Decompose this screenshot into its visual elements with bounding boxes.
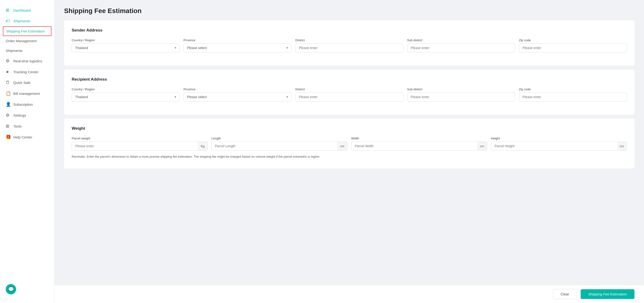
reminder-text: Reminder: Enter the parcel's dimension t… (72, 154, 627, 159)
length-input[interactable] (212, 142, 348, 151)
sender-subdistrict-input[interactable] (407, 43, 515, 52)
estimate-button[interactable]: Shipping Fee Estimation (581, 289, 634, 299)
sidebar-item-order-management[interactable]: Order Management (0, 36, 54, 46)
weight-title: Weight (72, 126, 627, 131)
recipient-province-label: Province (184, 87, 292, 91)
width-unit: cm (477, 142, 487, 151)
clear-button[interactable]: Clear (553, 289, 577, 299)
settings-icon: ⚙ (6, 113, 11, 118)
parcel-weight-field: Parcel weight Kg (72, 137, 208, 151)
main-content: Shipping Fee Estimation Sender Address C… (54, 0, 644, 303)
sidebar-item-real-time-logistics[interactable]: ⚙ Real-time logistics (0, 55, 54, 66)
recipient-subdistrict-label: Sub district (407, 87, 515, 91)
quick-sale-icon: 🗒 (6, 80, 11, 85)
recipient-zipcode-field: Zip code (519, 87, 627, 101)
dashboard-icon: ⊞ (6, 7, 11, 13)
bill-icon: 📋 (6, 91, 11, 96)
recipient-subdistrict-field: Sub district (407, 87, 515, 101)
sender-subdistrict-label: Sub district (407, 38, 515, 42)
width-input-wrapper: cm (351, 142, 487, 151)
sidebar-item-shipments-sub[interactable]: Shipments (0, 46, 54, 55)
sidebar-item-tools[interactable]: ⊞ Tools (0, 121, 54, 132)
recipient-district-input[interactable] (295, 92, 403, 101)
sidebar-item-tracking-center[interactable]: ➤ Tracking Center (0, 66, 54, 77)
sidebar-bottom: 💬 (0, 280, 54, 298)
sender-district-input[interactable] (295, 43, 403, 52)
shipments-icon: 🏷 (6, 18, 11, 23)
recipient-district-label: District (295, 87, 403, 91)
recipient-country-field: Country / Region Thailand ▼ (72, 87, 180, 101)
tracking-icon: ➤ (6, 69, 11, 74)
recipient-address-card: Recipient Address Country / Region Thail… (64, 69, 634, 115)
chat-button[interactable]: 💬 (6, 284, 16, 295)
sidebar: ⊞ Dashboard 🏷 Shipments Shipping Fee Est… (0, 0, 54, 303)
weight-card: Weight Parcel weight Kg Length cm (64, 119, 634, 169)
height-unit: cm (617, 142, 627, 151)
page-title: Shipping Fee Estimation (64, 7, 634, 15)
subscription-icon: 👤 (6, 102, 11, 107)
sidebar-item-settings[interactable]: ⚙ Settings (0, 110, 54, 121)
width-input[interactable] (351, 142, 487, 151)
sender-zipcode-field: Zip code (519, 38, 627, 52)
sender-province-field: Province Please select ▼ (184, 38, 292, 52)
recipient-province-select[interactable]: Please select (184, 92, 292, 101)
sender-address-card: Sender Address Country / Region Thailand… (64, 20, 634, 66)
recipient-province-field: Province Please select ▼ (184, 87, 292, 101)
sidebar-item-help-center[interactable]: 🎁 Help Center (0, 132, 54, 142)
length-unit: cm (338, 142, 348, 151)
sender-subdistrict-field: Sub district (407, 38, 515, 52)
sender-province-label: Province (184, 38, 292, 42)
recipient-district-field: District (295, 87, 403, 101)
width-field: Width cm (351, 137, 487, 151)
recipient-address-form-row: Country / Region Thailand ▼ Province Ple… (72, 87, 627, 101)
sender-district-label: District (295, 38, 403, 42)
footer-bar: Clear Shipping Fee Estimation (54, 285, 644, 303)
recipient-address-title: Recipient Address (72, 77, 627, 82)
parcel-weight-input[interactable] (72, 142, 208, 151)
recipient-subdistrict-input[interactable] (407, 92, 515, 101)
sidebar-item-bill-management[interactable]: 📋 Bill management (0, 88, 54, 99)
height-input[interactable] (491, 142, 627, 151)
parcel-weight-input-wrapper: Kg (72, 142, 208, 151)
recipient-zipcode-input[interactable] (519, 92, 627, 101)
sidebar-item-subscription[interactable]: 👤 Subscription (0, 99, 54, 110)
tools-icon: ⊞ (6, 124, 11, 129)
real-time-icon: ⚙ (6, 58, 11, 63)
sender-province-select[interactable]: Please select (184, 43, 292, 52)
sidebar-item-quick-sale[interactable]: 🗒 Quick Sale (0, 77, 54, 88)
height-field: Height cm (491, 137, 627, 151)
height-label: Height (491, 137, 627, 140)
recipient-country-select[interactable]: Thailand (72, 92, 180, 101)
length-input-wrapper: cm (212, 142, 348, 151)
sender-province-select-wrapper: Please select ▼ (184, 43, 292, 52)
sidebar-item-shipping-fee-estimation[interactable]: Shipping Fee Estimation (3, 26, 52, 36)
sender-address-form-row: Country / Region Thailand ▼ Province Ple… (72, 38, 627, 52)
width-label: Width (351, 137, 487, 140)
help-icon: 🎁 (6, 134, 11, 140)
recipient-country-label: Country / Region (72, 87, 180, 91)
recipient-zipcode-label: Zip code (519, 87, 627, 91)
length-label: Length (212, 137, 348, 140)
recipient-province-select-wrapper: Please select ▼ (184, 92, 292, 101)
height-input-wrapper: cm (491, 142, 627, 151)
sidebar-item-shipments-top[interactable]: 🏷 Shipments (0, 16, 54, 26)
sender-country-field: Country / Region Thailand ▼ (72, 38, 180, 52)
sender-country-label: Country / Region (72, 38, 180, 42)
sidebar-item-dashboard[interactable]: ⊞ Dashboard (0, 5, 54, 16)
sender-zipcode-label: Zip code (519, 38, 627, 42)
parcel-weight-unit: Kg (198, 142, 208, 151)
length-field: Length cm (212, 137, 348, 151)
sender-district-field: District (295, 38, 403, 52)
sender-country-select[interactable]: Thailand (72, 43, 180, 52)
recipient-country-select-wrapper: Thailand ▼ (72, 92, 180, 101)
parcel-weight-label: Parcel weight (72, 137, 208, 140)
sender-country-select-wrapper: Thailand ▼ (72, 43, 180, 52)
sender-zipcode-input[interactable] (519, 43, 627, 52)
sender-address-title: Sender Address (72, 28, 627, 33)
weight-form-row: Parcel weight Kg Length cm Width (72, 137, 627, 151)
